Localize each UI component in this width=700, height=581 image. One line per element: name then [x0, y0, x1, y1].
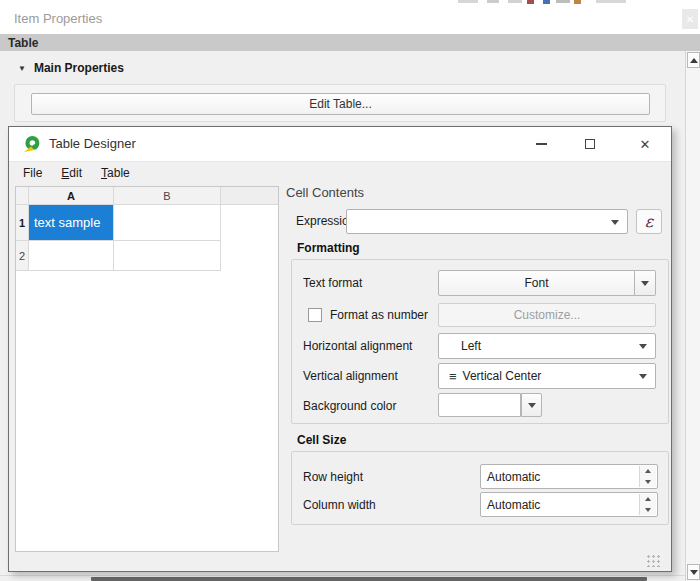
- scrollbar-down-button[interactable]: [687, 564, 700, 580]
- scroll-up-icon: [690, 58, 698, 63]
- screen: Item Properties ✕ Table ▼ Main Propertie…: [0, 0, 700, 581]
- row-height-spinbox[interactable]: Automatic: [480, 464, 658, 489]
- spin-down-button[interactable]: [640, 505, 656, 516]
- close-icon: ✕: [640, 138, 651, 151]
- resize-grip[interactable]: [645, 553, 661, 567]
- row-header-1[interactable]: 1: [16, 205, 29, 241]
- column-width-label: Column width: [303, 492, 376, 518]
- toolbar-fragment: [574, 0, 581, 4]
- cell-b1[interactable]: [114, 205, 221, 241]
- background-color-label: Background color: [303, 393, 396, 419]
- row-height-value: Automatic: [487, 470, 540, 484]
- spin-up-button[interactable]: [640, 466, 656, 477]
- dialog-titlebar[interactable]: Table Designer ✕: [9, 127, 671, 161]
- divider: [0, 575, 685, 576]
- header-filler: [221, 187, 278, 205]
- expression-builder-button[interactable]: ε: [636, 209, 662, 234]
- format-as-number-label: Format as number: [330, 302, 428, 328]
- column-width-value: Automatic: [487, 498, 540, 512]
- expression-combobox[interactable]: [346, 209, 628, 234]
- minimize-icon: [536, 143, 547, 145]
- toolbar-fragment: [487, 0, 499, 3]
- scrollbar-up-button[interactable]: [687, 52, 700, 68]
- panel-close-icon[interactable]: ✕: [682, 9, 698, 29]
- row-header-2[interactable]: 2: [16, 241, 29, 271]
- menu-file[interactable]: File: [23, 163, 51, 183]
- menu-table[interactable]: Table: [101, 163, 139, 183]
- panel-title: Item Properties: [14, 11, 102, 26]
- spinner-buttons[interactable]: [639, 466, 656, 487]
- table-row: 2: [16, 241, 278, 271]
- cell-a1[interactable]: text sample: [29, 205, 114, 241]
- vertical-alignment-value: Vertical Center: [463, 369, 542, 383]
- horizontal-alignment-label: Horizontal alignment: [303, 333, 412, 359]
- toolbar-fragment: [458, 0, 478, 3]
- chevron-down-icon: [528, 403, 536, 408]
- item-properties-titlebar: Item Properties ✕: [0, 5, 700, 33]
- spreadsheet[interactable]: A B 1 text sample 2: [15, 186, 279, 552]
- main-properties-groupbox: Edit Table...: [14, 84, 666, 122]
- spin-up-icon: [645, 469, 651, 473]
- text-format-dropdown[interactable]: [635, 270, 656, 296]
- main-properties-header[interactable]: ▼ Main Properties: [18, 61, 124, 75]
- chevron-down-icon: [639, 344, 647, 349]
- spin-down-button[interactable]: [640, 477, 656, 488]
- text-format-button[interactable]: Font: [438, 270, 656, 296]
- maximize-icon: [585, 139, 595, 149]
- table-section-header: Table: [0, 33, 700, 51]
- menu-edit[interactable]: Edit: [61, 163, 91, 183]
- main-properties-label: Main Properties: [34, 61, 124, 75]
- corner-cell[interactable]: [16, 187, 29, 205]
- qgis-logo-icon: [23, 135, 41, 153]
- format-as-number-checkbox[interactable]: [308, 308, 322, 322]
- row-height-label: Row height: [303, 464, 363, 490]
- vertical-alignment-combobox[interactable]: ≡ Vertical Center: [438, 363, 656, 389]
- minimize-button[interactable]: [526, 134, 556, 154]
- toolbar-fragment: [543, 0, 550, 4]
- spin-up-icon: [645, 497, 651, 501]
- column-header-b[interactable]: B: [114, 187, 221, 205]
- chevron-down-icon: [611, 220, 619, 225]
- column-width-spinbox[interactable]: Automatic: [480, 492, 658, 517]
- customize-button[interactable]: Customize...: [438, 303, 656, 327]
- toolbar-fragment: [527, 0, 534, 4]
- toolbar-fragment: [596, 0, 626, 3]
- column-header-a[interactable]: A: [29, 187, 114, 205]
- spin-up-button[interactable]: [640, 494, 656, 505]
- spacer: [542, 393, 656, 417]
- section-title: Table: [8, 36, 38, 50]
- spinner-buttons[interactable]: [639, 494, 656, 515]
- spin-down-icon: [645, 508, 651, 512]
- color-swatch[interactable]: [438, 393, 521, 417]
- chevron-down-icon: [639, 374, 647, 379]
- vertical-alignment-label: Vertical alignment: [303, 363, 398, 389]
- chevron-down-icon: [641, 281, 649, 286]
- collapse-arrow-icon: ▼: [18, 64, 26, 73]
- formatting-heading: Formatting: [297, 241, 360, 255]
- text-format-label: Text format: [303, 270, 362, 296]
- scroll-down-icon: [690, 570, 698, 575]
- panel-vertical-scrollbar[interactable]: [685, 51, 700, 581]
- cell-a2[interactable]: [29, 241, 114, 271]
- cell-b2[interactable]: [114, 241, 221, 271]
- background-window-edge: [91, 577, 647, 581]
- cell-size-heading: Cell Size: [297, 433, 346, 447]
- background-color-dropdown[interactable]: [521, 393, 542, 417]
- dialog-title: Table Designer: [49, 136, 136, 151]
- horizontal-alignment-value: Left: [461, 339, 481, 353]
- text-format-value[interactable]: Font: [438, 270, 635, 296]
- cell-contents-heading: Cell Contents: [286, 185, 364, 200]
- toolbar-fragment: [508, 0, 522, 3]
- column-header-row: A B: [16, 187, 278, 205]
- maximize-button[interactable]: [575, 134, 605, 154]
- dialog-menubar: File Edit Table: [9, 161, 671, 183]
- spin-down-icon: [645, 480, 651, 484]
- table-designer-dialog: Table Designer ✕ File Edit Table A B: [8, 126, 672, 572]
- edit-table-button[interactable]: Edit Table...: [31, 93, 650, 115]
- close-button[interactable]: ✕: [630, 134, 660, 154]
- horizontal-alignment-combobox[interactable]: Left: [438, 333, 656, 359]
- vertical-center-icon: ≡: [449, 369, 457, 384]
- table-row: 1 text sample: [16, 205, 278, 241]
- background-color-button[interactable]: [438, 393, 656, 417]
- toolbar-fragment: [556, 0, 570, 3]
